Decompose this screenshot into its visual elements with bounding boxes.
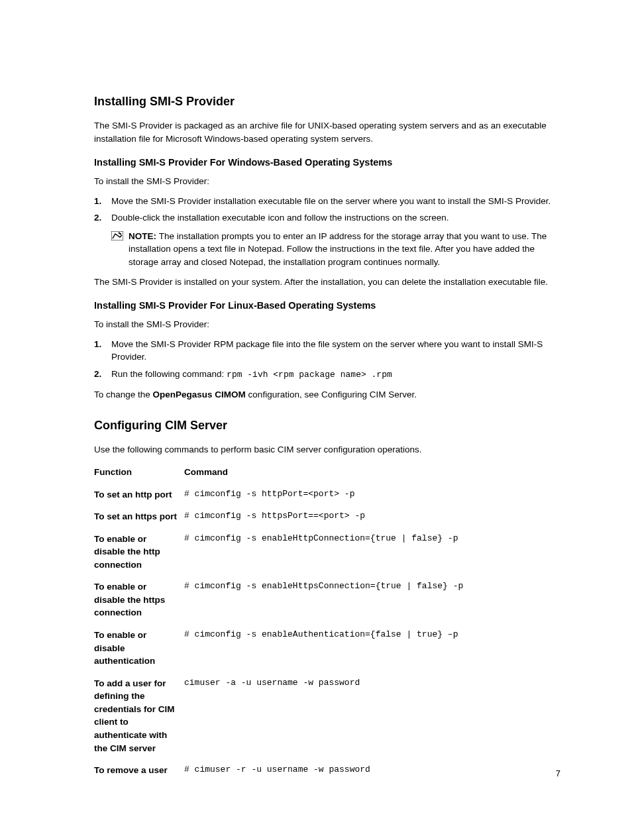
linux-intro: To install the SMI-S Provider: bbox=[94, 318, 560, 331]
function-cell: To enable or disable authentication bbox=[94, 629, 184, 668]
intro-paragraph: The SMI-S Provider is packaged as an arc… bbox=[94, 119, 560, 145]
function-cell: To set an http port bbox=[94, 488, 184, 501]
table-row: To remove a user # cimuser -r -u usernam… bbox=[94, 764, 560, 777]
command-cell: # cimuser -r -u username -w password bbox=[184, 764, 560, 777]
table-row: To set an http port # cimconfig -s httpP… bbox=[94, 488, 560, 501]
list-item: 1. Move the SMI-S Provider RPM package f… bbox=[94, 338, 560, 364]
windows-steps-list: 1. Move the SMI-S Provider installation … bbox=[94, 195, 560, 269]
command-cell: # cimconfig -s httpPort=<port> -p bbox=[184, 488, 560, 501]
command-cell: # cimconfig -s enableHttpConnection={tru… bbox=[184, 533, 560, 572]
windows-intro: To install the SMI-S Provider: bbox=[94, 175, 560, 188]
table-row: To add a user for defining the credentia… bbox=[94, 677, 560, 755]
step-text: Move the SMI-S Provider installation exe… bbox=[111, 195, 551, 208]
list-item: 2. Run the following command: rpm -ivh <… bbox=[94, 368, 560, 382]
list-item: 1. Move the SMI-S Provider installation … bbox=[94, 195, 560, 208]
heading-windows: Installing SMI-S Provider For Windows-Ba… bbox=[94, 156, 560, 170]
note-body: The installation prompts you to enter an… bbox=[129, 231, 547, 267]
heading-linux: Installing SMI-S Provider For Linux-Base… bbox=[94, 299, 560, 313]
step-text-prefix: Run the following command: bbox=[111, 369, 227, 379]
table-header-row: Function Command bbox=[94, 466, 560, 479]
th-command: Command bbox=[184, 466, 560, 479]
command-table: Function Command To set an http port # c… bbox=[94, 466, 560, 777]
table-row: To enable or disable the http connection… bbox=[94, 533, 560, 572]
step-number: 2. bbox=[94, 368, 111, 382]
linux-after: To change the OpenPegasus CIMOM configur… bbox=[94, 388, 560, 401]
table-row: To enable or disable the https connectio… bbox=[94, 580, 560, 619]
step-text: Move the SMI-S Provider RPM package file… bbox=[111, 338, 560, 364]
th-function: Function bbox=[94, 466, 184, 479]
table-row: To enable or disable authentication # ci… bbox=[94, 629, 560, 668]
heading-configuring-cim: Configuring CIM Server bbox=[94, 417, 560, 434]
text-span: configuration, see Configuring CIM Serve… bbox=[246, 390, 417, 399]
bold-span: OpenPegasus CIMOM bbox=[153, 390, 246, 399]
table-row: To set an https port # cimconfig -s http… bbox=[94, 510, 560, 523]
note-label: NOTE: bbox=[129, 231, 159, 241]
step-number: 1. bbox=[94, 195, 111, 208]
step-text: Double-click the installation executable… bbox=[111, 211, 449, 225]
function-cell: To add a user for defining the credentia… bbox=[94, 677, 184, 755]
linux-steps-list: 1. Move the SMI-S Provider RPM package f… bbox=[94, 338, 560, 382]
heading-installing-smis: Installing SMI-S Provider bbox=[94, 93, 560, 110]
list-item: 2. Double-click the installation executa… bbox=[94, 211, 560, 268]
text-span: To change the bbox=[94, 390, 153, 399]
command-cell: # cimconfig -s httpsPort==<port> -p bbox=[184, 510, 560, 523]
step-number: 1. bbox=[94, 338, 111, 364]
step-number: 2. bbox=[94, 211, 111, 225]
command-cell: # cimconfig -s enableHttpsConnection={tr… bbox=[184, 580, 560, 619]
function-cell: To set an https port bbox=[94, 510, 184, 523]
note-text: NOTE: The installation prompts you to en… bbox=[129, 230, 560, 269]
note-icon bbox=[111, 231, 123, 240]
step-text: Run the following command: rpm -ivh <rpm… bbox=[111, 368, 392, 382]
cim-intro: Use the following commands to perform ba… bbox=[94, 443, 560, 456]
function-cell: To enable or disable the https connectio… bbox=[94, 580, 184, 619]
windows-after: The SMI-S Provider is installed on your … bbox=[94, 276, 560, 289]
note-block: NOTE: The installation prompts you to en… bbox=[111, 230, 560, 269]
command-cell: cimuser -a -u username -w password bbox=[184, 677, 560, 755]
command-text: rpm -ivh <rpm package name> .rpm bbox=[227, 370, 392, 380]
function-cell: To enable or disable the http connection bbox=[94, 533, 184, 572]
function-cell: To remove a user bbox=[94, 764, 184, 777]
command-cell: # cimconfig -s enableAuthentication={fal… bbox=[184, 629, 560, 668]
page-number: 7 bbox=[556, 768, 560, 780]
